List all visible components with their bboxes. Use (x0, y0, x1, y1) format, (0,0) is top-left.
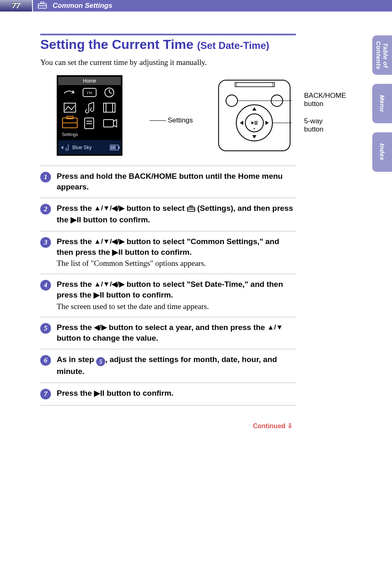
play-pause-icon: ▶II (112, 248, 123, 256)
title-rule (40, 34, 296, 35)
text: button to confirm. (81, 215, 150, 224)
toolbox-icon (187, 204, 195, 215)
step-6-text: As in step 5, adjust the settings for mo… (57, 354, 296, 377)
play-pause-icon: ▶II (94, 291, 104, 299)
tab-menu[interactable]: Menu (372, 84, 392, 123)
text: Press the (57, 280, 94, 288)
page-title: Setting the Current Time (Set Date-Time) (40, 37, 296, 52)
tab-toc-label: Table of Contents (375, 35, 389, 75)
tab-index[interactable]: Index (372, 132, 392, 172)
page-content: Setting the Current Time (Set Date-Time)… (0, 12, 337, 430)
step-2: 2 Press the ▲/▼/◀/▶ button to select (Se… (40, 198, 296, 231)
step-6: 6 As in step 5, adjust the settings for … (40, 349, 296, 383)
step-number-icon: 1 (40, 172, 51, 182)
dpad-icon: ▲/▼/◀/▶ (94, 238, 125, 245)
side-nav: Table of Contents Menu Index (372, 35, 392, 172)
text: button to confirm. (104, 389, 173, 397)
step-4-note: The screen used to set the date and time… (57, 302, 296, 311)
step-4-text: Press the ▲/▼/◀/▶ button to select "Set … (57, 279, 296, 300)
svg-rect-27 (113, 146, 114, 149)
step-3-note: The list of "Common Settings" options ap… (57, 259, 296, 268)
step-1-text: Press and hold the BACK/HOME button unti… (57, 171, 296, 192)
text: button to select a year, and then press … (107, 323, 267, 332)
screen-title-text: Home (83, 78, 96, 84)
screen-icon-caption: Settings (62, 132, 78, 137)
svg-point-44 (254, 128, 255, 129)
step-number-icon: 3 (40, 237, 51, 248)
dpad-icon: ▲/▼/◀/▶ (94, 204, 125, 212)
steps-list: 1 Press and hold the BACK/HOME button un… (40, 166, 296, 406)
svg-rect-26 (111, 146, 112, 149)
step-number-icon: 7 (40, 389, 51, 399)
dpad-icon: ▲/▼/◀/▶ (94, 280, 125, 288)
svg-rect-28 (114, 146, 115, 149)
text: Press the (57, 323, 94, 332)
left-right-icon: ◀/▶ (94, 323, 107, 331)
text: button to change the value. (57, 334, 158, 342)
continued-indicator: Continued ⇩ (40, 422, 296, 430)
title-main: Setting the Current Time (40, 37, 194, 52)
step-7: 7 Press the ▶II button to confirm. (40, 383, 296, 406)
step-3-text: Press the ▲/▼/◀/▶ button to select "Comm… (57, 236, 296, 258)
toolbox-icon (38, 1, 47, 10)
svg-text:FM: FM (87, 91, 92, 95)
step-5: 5 Press the ◀/▶ button to select a year,… (40, 317, 296, 349)
page-header: 77 Common Settings (0, 0, 392, 12)
step-ref-icon: 5 (96, 357, 105, 366)
header-section-title: Common Settings (53, 2, 112, 10)
tab-toc[interactable]: Table of Contents (372, 35, 392, 75)
svg-rect-1 (41, 2, 44, 4)
step-number-icon: 2 (40, 204, 51, 215)
intro-text: You can set the current time by adjustin… (40, 58, 296, 67)
text: button to confirm. (123, 248, 192, 256)
play-pause-icon: ▶II (94, 389, 105, 397)
up-down-icon: ▲/▼ (267, 323, 283, 331)
step-number-icon: 4 (40, 280, 51, 291)
step-number-icon: 6 (40, 355, 51, 366)
svg-rect-29 (219, 80, 290, 151)
text: Press the (57, 204, 94, 212)
now-playing-text: Blue Sky (72, 145, 92, 150)
device-body-figure (217, 78, 292, 154)
step-7-text: Press the ▶II button to confirm. (57, 388, 296, 399)
device-screen-figure: Home FM (57, 75, 122, 157)
step-number-icon: 5 (40, 323, 51, 334)
text: Press the (57, 389, 94, 397)
page-number: 77 (0, 0, 33, 12)
tab-index-label: Index (379, 143, 386, 161)
step-5-text: Press the ◀/▶ button to select a year, a… (57, 322, 296, 344)
svg-rect-25 (118, 146, 120, 149)
step-2-text: Press the ▲/▼/◀/▶ button to select (Sett… (57, 203, 296, 225)
text: button to select (125, 204, 187, 212)
svg-rect-48 (189, 206, 192, 208)
diagram-row: Home FM (40, 75, 296, 162)
text: Press the (57, 237, 94, 246)
step-4: 4 Press the ▲/▼/◀/▶ button to select "Se… (40, 274, 296, 317)
tab-menu-label: Menu (379, 95, 386, 112)
five-way-callout: 5-way button (304, 117, 323, 134)
step-1: 1 Press and hold the BACK/HOME button un… (40, 166, 296, 198)
screen-callout-line (150, 120, 166, 121)
play-pause-icon: ▶II (71, 215, 81, 224)
back-home-callout: BACK/HOME button (304, 92, 346, 108)
continued-label: Continued (253, 422, 285, 429)
text: button to confirm. (104, 291, 173, 299)
arrow-down-icon: ⇩ (287, 422, 293, 429)
screen-callout-label: Settings (168, 116, 193, 125)
title-sub: (Set Date-Time) (197, 40, 270, 51)
text: As in step (57, 355, 96, 364)
step-3: 3 Press the ▲/▼/◀/▶ button to select "Co… (40, 231, 296, 274)
